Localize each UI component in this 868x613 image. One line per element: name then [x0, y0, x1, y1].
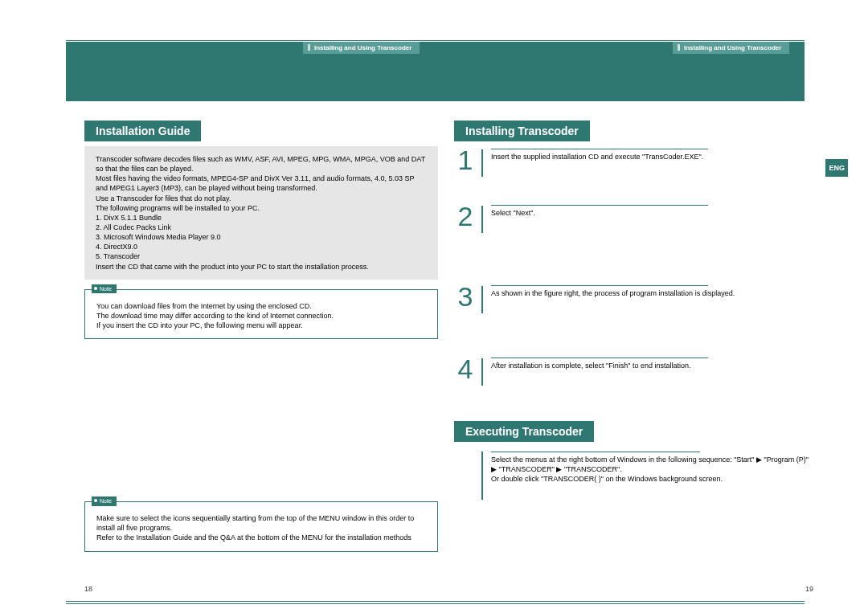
header-band: Installing and Using Transcoder Installi… [66, 42, 805, 101]
section-title-installing-transcoder: Installing Transcoder [454, 121, 590, 141]
note-1-text: You can download files from the Internet… [96, 302, 334, 329]
language-tab: ENG [825, 159, 848, 177]
step-1: 1 Insert the supplied installation CD an… [454, 146, 816, 180]
left-column: Installation Guide Transcoder software d… [84, 121, 438, 589]
step-divider [481, 149, 483, 177]
breadcrumb-left-text: Installing and Using Transcoder [314, 44, 411, 51]
step-divider [481, 358, 483, 386]
step-rule [491, 358, 708, 358]
note-tag-2: Note [92, 497, 117, 505]
step-2: 2 Select "Next". [454, 202, 816, 236]
right-column: Installing Transcoder ENG 1 Insert the s… [454, 121, 816, 589]
step-num-1: 1 [454, 146, 477, 180]
step-divider [481, 206, 483, 233]
page-number-right: 19 [805, 585, 813, 593]
step-2-text: Select "Next". [491, 209, 535, 217]
step-rule [491, 205, 708, 206]
step-rule [491, 285, 708, 286]
step-3-text: As shown in the figure right, the proces… [491, 289, 735, 297]
note-2-text: Make sure to select the icons sequential… [96, 514, 414, 541]
step-num-2: 2 [454, 202, 477, 236]
section-title-installation-guide: Installation Guide [84, 121, 201, 141]
note-box-2: Note Make sure to select the icons seque… [84, 501, 438, 551]
step-4: 4 After installation is complete, select… [454, 355, 816, 389]
step-divider [481, 286, 483, 313]
step-4-text: After installation is complete, select "… [491, 362, 691, 370]
exec-text: Select the menus at the right bottom of … [491, 456, 809, 483]
exec-divider [481, 452, 483, 500]
installation-guide-box: Transcoder software decodes files such a… [84, 146, 438, 280]
exec-step: Select the menus at the right bottom of … [454, 452, 816, 500]
page-number-left: 18 [84, 585, 92, 593]
breadcrumb-left: Installing and Using Transcoder [303, 42, 420, 54]
note-box-1: Note You can download files from the Int… [84, 289, 438, 339]
exec-rule [491, 452, 700, 452]
step-num-3: 3 [454, 283, 477, 317]
installation-guide-text: Transcoder software decodes files such a… [96, 155, 425, 271]
step-3: 3 As shown in the figure right, the proc… [454, 283, 816, 317]
step-num-4: 4 [454, 355, 477, 389]
section-title-executing-transcoder: Executing Transcoder [454, 421, 594, 442]
step-rule [491, 149, 708, 149]
content-area: Installation Guide Transcoder software d… [84, 121, 816, 589]
note-tag-1: Note [92, 284, 117, 293]
breadcrumb-right: Installing and Using Transcoder [673, 42, 789, 54]
step-1-text: Insert the supplied installation CD and … [491, 153, 703, 161]
executing-block: Executing Transcoder Select the menus at… [454, 421, 816, 500]
top-rule [66, 40, 805, 41]
breadcrumb-right-text: Installing and Using Transcoder [684, 44, 781, 51]
bottom-rules [66, 601, 805, 604]
